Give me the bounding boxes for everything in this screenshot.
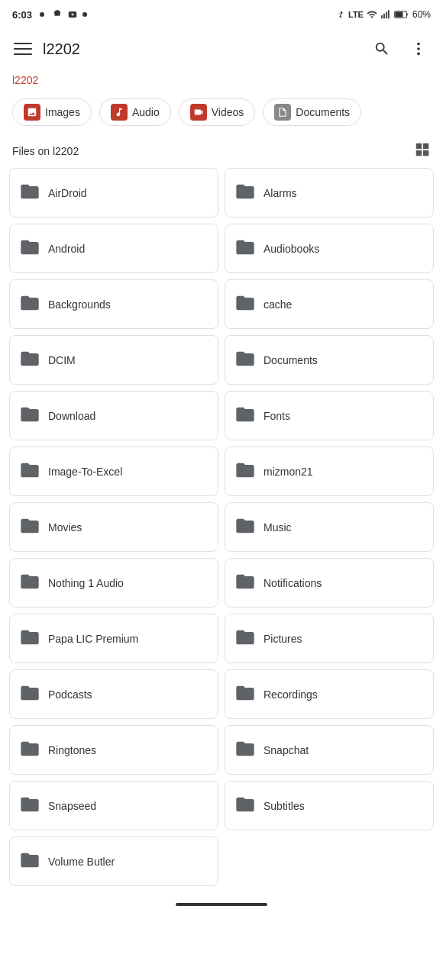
folder-name: Snapseed [48,800,96,812]
tab-videos-label: Videos [212,106,244,118]
folder-name: Snapchat [264,744,309,756]
svg-point-10 [417,43,420,46]
folder-icon [19,682,40,706]
folder-name: Fonts [264,410,290,422]
folder-name: Movies [48,521,82,534]
more-options-button[interactable] [403,34,434,64]
folder-name: AirDroid [48,187,87,199]
folder-name: mizmon21 [264,466,313,478]
tab-audio[interactable]: Audio [99,98,171,126]
search-button[interactable] [367,34,397,64]
top-bar: l2202 [0,27,443,70]
tab-audio-label: Audio [132,106,160,118]
folder-item[interactable]: Snapchat [225,725,434,775]
svg-rect-7 [388,10,390,18]
folder-item[interactable]: Podcasts [9,669,218,719]
svg-point-3 [82,12,87,17]
folder-name: Backgrounds [48,298,111,311]
breadcrumb-text: l2202 [12,74,38,86]
folder-icon [19,794,40,817]
folder-grid: AirDroid Alarms Android Audiobooks Backg [0,168,443,895]
folder-item[interactable]: AirDroid [9,168,218,218]
folder-item[interactable]: Android [9,224,218,273]
folder-item[interactable]: Image-To-Excel [9,446,218,496]
folder-name: Documents [264,354,318,366]
folder-item[interactable]: cache [225,279,434,329]
folder-name: Android [48,243,85,255]
folder-name: Nothing 1 Audio [48,577,124,589]
status-indicators: LTE 60% [336,9,431,20]
folder-icon [234,348,256,372]
folder-name: Alarms [264,187,297,199]
folder-item[interactable]: Fonts [225,391,434,440]
folder-icon [19,738,40,762]
status-bar: 6:03 LTE 60% [0,0,443,27]
folder-item[interactable]: Notifications [225,558,434,608]
folder-item[interactable]: Backgrounds [9,279,218,329]
more-vert-icon [410,40,427,57]
folder-icon [19,849,40,873]
folder-icon [234,515,256,539]
folder-item[interactable]: Nothing 1 Audio [9,558,218,608]
hamburger-menu-button[interactable] [9,35,37,63]
svg-rect-5 [383,14,385,18]
svg-point-0 [40,12,44,17]
tab-documents-label: Documents [296,106,350,118]
folder-name: Subtitles [264,800,305,812]
grid-view-button[interactable] [414,141,431,160]
breadcrumb[interactable]: l2202 [0,70,443,92]
files-on-device-label: Files on l2202 [12,145,79,157]
folder-item[interactable]: Alarms [225,168,434,218]
folder-icon [19,348,40,372]
folder-name: Recordings [264,688,318,701]
folder-icon [19,404,40,427]
folder-name: Ringtones [48,744,96,756]
folder-icon [19,571,40,595]
folder-icon [234,181,256,205]
folder-icon [234,738,256,762]
folder-item[interactable]: Audiobooks [225,224,434,273]
folder-icon [19,515,40,539]
tab-videos[interactable]: Videos [179,98,256,126]
files-header: Files on l2202 [0,135,443,168]
folder-item[interactable]: Papa LIC Premium [9,614,218,663]
folder-item[interactable]: Music [225,502,434,552]
folder-item[interactable]: mizmon21 [225,446,434,496]
folder-name: Pictures [264,633,302,645]
images-tab-icon [24,104,40,121]
folder-icon [19,237,40,260]
folder-item[interactable]: Ringtones [9,725,218,775]
tab-images-label: Images [45,106,80,118]
grid-view-icon [414,141,431,158]
battery-icon [394,9,409,20]
folder-item[interactable]: DCIM [9,335,218,385]
svg-point-11 [417,47,420,50]
folder-item[interactable]: Documents [225,335,434,385]
category-tabs: Images Audio Videos Documents [0,92,443,135]
folder-item[interactable]: Movies [9,502,218,552]
folder-icon [19,292,40,316]
folder-item[interactable]: Pictures [225,614,434,663]
snapchat-icon [52,9,63,20]
top-bar-actions [367,34,434,64]
folder-name: Audiobooks [264,243,319,255]
folder-icon [234,292,256,316]
folder-name: Podcasts [48,688,92,701]
folder-item[interactable]: Recordings [225,669,434,719]
folder-item[interactable]: Snapseed [9,781,218,830]
wifi-icon [367,9,377,20]
tab-images[interactable]: Images [12,98,92,126]
tab-documents[interactable]: Documents [263,98,361,126]
bottom-indicator [0,895,443,911]
folder-icon [19,459,40,483]
status-time: 6:03 [12,9,87,21]
folder-icon [19,181,40,205]
search-icon [373,40,390,57]
folder-icon [234,404,256,427]
folder-item[interactable]: Subtitles [225,781,434,830]
folder-name: DCIM [48,354,76,366]
folder-icon [234,459,256,483]
folder-item[interactable]: Volume Butler [9,837,218,886]
folder-item[interactable]: Download [9,391,218,440]
weather-icon [37,9,47,20]
